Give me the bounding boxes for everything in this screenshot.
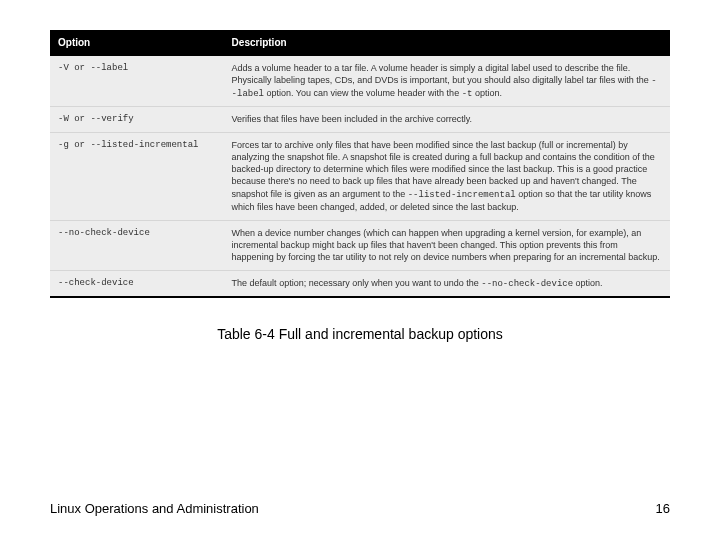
description-cell: Adds a volume header to a tar file. A vo…	[224, 56, 670, 107]
description-cell: When a device number changes (which can …	[224, 220, 670, 270]
option-cell: -V or --label	[50, 56, 224, 107]
option-cell: -g or --listed-incremental	[50, 133, 224, 221]
description-cell: Verifies that files have been included i…	[224, 106, 670, 132]
header-description: Description	[224, 30, 670, 56]
options-table: Option Description -V or --label Adds a …	[50, 30, 670, 298]
header-option: Option	[50, 30, 224, 56]
table-header-row: Option Description	[50, 30, 670, 56]
table-row: -V or --label Adds a volume header to a …	[50, 56, 670, 107]
table-row: --no-check-device When a device number c…	[50, 220, 670, 270]
table-row: -g or --listed-incremental Forces tar to…	[50, 133, 670, 221]
page-footer: Linux Operations and Administration 16	[50, 501, 670, 516]
table-caption: Table 6-4 Full and incremental backup op…	[50, 326, 670, 342]
page: Option Description -V or --label Adds a …	[0, 0, 720, 342]
footer-title: Linux Operations and Administration	[50, 501, 259, 516]
description-cell: The default option; necessary only when …	[224, 271, 670, 298]
option-cell: --no-check-device	[50, 220, 224, 270]
page-number: 16	[656, 501, 670, 516]
option-cell: --check-device	[50, 271, 224, 298]
description-cell: Forces tar to archive only files that ha…	[224, 133, 670, 221]
option-cell: -W or --verify	[50, 106, 224, 132]
table-row: -W or --verify Verifies that files have …	[50, 106, 670, 132]
table-row: --check-device The default option; neces…	[50, 271, 670, 298]
